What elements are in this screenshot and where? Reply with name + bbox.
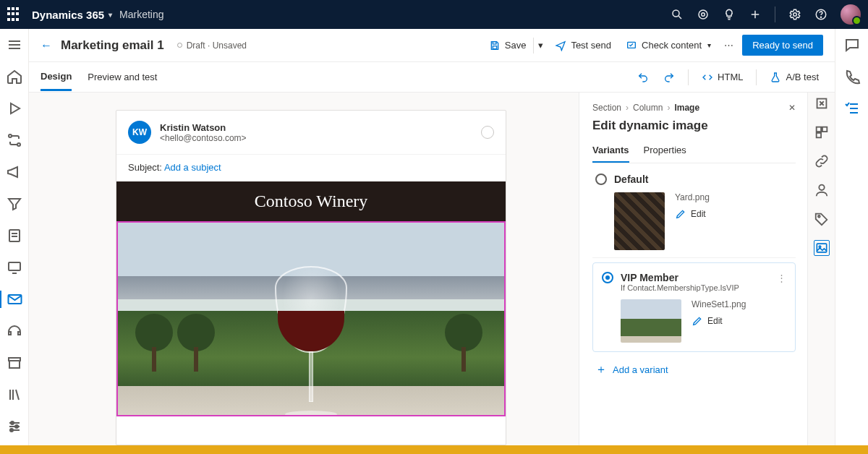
tag-icon[interactable] <box>814 211 830 227</box>
filter-icon[interactable] <box>6 195 23 213</box>
archive-icon[interactable] <box>6 354 23 372</box>
variant-filename: WineSet1.png <box>692 299 746 309</box>
elements-icon[interactable] <box>814 124 830 140</box>
save-button[interactable]: Save <box>485 37 531 54</box>
hamburger-icon[interactable] <box>6 36 23 53</box>
ready-to-send-button[interactable]: Ready to send <box>742 35 823 56</box>
tab-preview[interactable]: Preview and test <box>88 72 157 90</box>
megaphone-icon[interactable] <box>6 163 23 181</box>
variant-name: Default <box>614 174 648 185</box>
page-title: Marketing email 1 <box>61 38 164 53</box>
more-icon[interactable]: ⋯ <box>721 40 736 51</box>
svg-rect-22 <box>9 361 20 368</box>
tab-properties[interactable]: Properties <box>644 140 686 163</box>
svg-rect-33 <box>493 46 496 48</box>
home-icon[interactable] <box>6 68 23 85</box>
test-send-button[interactable]: Test send <box>550 37 616 54</box>
abtest-label: A/B test <box>786 72 819 82</box>
help-icon[interactable] <box>814 8 827 21</box>
more-icon[interactable]: ⋮ <box>777 273 786 283</box>
separator <box>533 38 534 53</box>
target-icon[interactable] <box>697 8 710 21</box>
email-banner[interactable]: Contoso Winery <box>116 181 506 221</box>
mail-icon[interactable] <box>0 291 28 308</box>
crumb-section[interactable]: Section <box>592 103 621 113</box>
check-content-icon <box>626 40 637 51</box>
crumb-image[interactable]: Image <box>674 103 699 113</box>
sender-name: Kristin Watson <box>160 122 247 133</box>
page-status: Draft · Unsaved <box>177 40 247 51</box>
close-icon[interactable]: ✕ <box>788 103 796 113</box>
toolbox <box>807 93 835 445</box>
plus-icon: ＋ <box>595 362 607 377</box>
left-rail <box>0 29 29 445</box>
link-icon[interactable] <box>814 153 830 169</box>
back-icon[interactable]: ← <box>41 39 52 52</box>
email-hero-image[interactable] <box>116 221 506 416</box>
headset-icon[interactable] <box>6 322 23 340</box>
svg-rect-32 <box>493 41 496 43</box>
chevron-right-icon: › <box>667 103 670 113</box>
add-variant-label: Add a variant <box>613 364 668 375</box>
variant-default[interactable]: Default Yard.png Edit <box>592 163 796 258</box>
save-chevron[interactable]: ▾ <box>537 37 545 53</box>
personalize-icon[interactable] <box>814 182 830 198</box>
variant-thumbnail[interactable] <box>614 192 665 250</box>
form-icon[interactable] <box>6 227 23 244</box>
undo-button[interactable] <box>633 69 653 86</box>
svg-rect-38 <box>816 133 820 137</box>
test-send-label: Test send <box>571 40 611 51</box>
separator <box>756 69 757 85</box>
journey-icon[interactable] <box>6 132 23 149</box>
phone-icon[interactable] <box>843 68 861 85</box>
abtest-button[interactable]: A/B test <box>765 69 823 86</box>
module-label: Marketing <box>119 9 163 20</box>
app-launcher-icon[interactable] <box>7 7 22 22</box>
tab-design[interactable]: Design <box>41 71 72 91</box>
variant-name: VIP Member <box>621 272 678 283</box>
panel-tabs: Variants Properties <box>592 140 796 163</box>
variant-thumbnail[interactable] <box>621 299 681 343</box>
edit-variant-button[interactable]: Edit <box>675 208 710 220</box>
image-icon[interactable] <box>814 240 830 256</box>
html-button[interactable]: HTML <box>697 69 747 86</box>
task-list-icon[interactable] <box>843 100 861 117</box>
email-header: KW Kristin Watson <hello@contoso.com> <box>116 111 506 155</box>
avatar[interactable] <box>841 4 861 25</box>
tab-variants[interactable]: Variants <box>592 140 629 163</box>
lightbulb-icon[interactable] <box>723 8 736 21</box>
status-label: Draft · Unsaved <box>187 40 247 51</box>
canvas[interactable]: KW Kristin Watson <hello@contoso.com> Su… <box>29 93 579 445</box>
add-variant-button[interactable]: ＋ Add a variant <box>592 362 796 377</box>
library-icon[interactable] <box>6 386 23 403</box>
brand[interactable]: Dynamics 365 ▾ <box>32 9 112 21</box>
search-icon[interactable] <box>671 8 684 21</box>
play-icon[interactable] <box>6 100 23 117</box>
breadcrumb: Section › Column › Image ✕ <box>592 103 796 113</box>
flask-icon <box>770 72 781 83</box>
variant-filename: Yard.png <box>675 192 710 202</box>
svg-point-3 <box>702 13 705 17</box>
variant-vip[interactable]: VIP Member ⋮ If Contact.MembershipType.I… <box>592 262 796 352</box>
right-rail <box>835 29 868 445</box>
plus-icon[interactable] <box>749 8 762 21</box>
subject-row[interactable]: Subject: Add a subject <box>116 155 506 181</box>
edit-label: Edit <box>707 316 723 326</box>
monitor-icon[interactable] <box>6 259 23 276</box>
radio-icon[interactable] <box>595 174 607 185</box>
expand-icon[interactable] <box>814 95 830 111</box>
command-bar: ← Marketing email 1 Draft · Unsaved Save… <box>29 29 835 62</box>
gear-icon[interactable] <box>788 8 801 21</box>
svg-point-0 <box>673 10 679 17</box>
pencil-icon <box>675 208 686 220</box>
radio-icon[interactable] <box>602 272 613 283</box>
send-icon <box>555 40 566 51</box>
subject-placeholder[interactable]: Add a subject <box>164 162 221 173</box>
edit-variant-button[interactable]: Edit <box>692 315 746 327</box>
check-content-button[interactable]: Check content ▾ <box>621 37 715 54</box>
settings-sliders-icon[interactable] <box>6 418 23 435</box>
crumb-column[interactable]: Column <box>633 103 663 113</box>
svg-line-1 <box>678 16 681 19</box>
redo-button[interactable] <box>659 69 679 86</box>
chat-icon[interactable] <box>843 36 861 53</box>
